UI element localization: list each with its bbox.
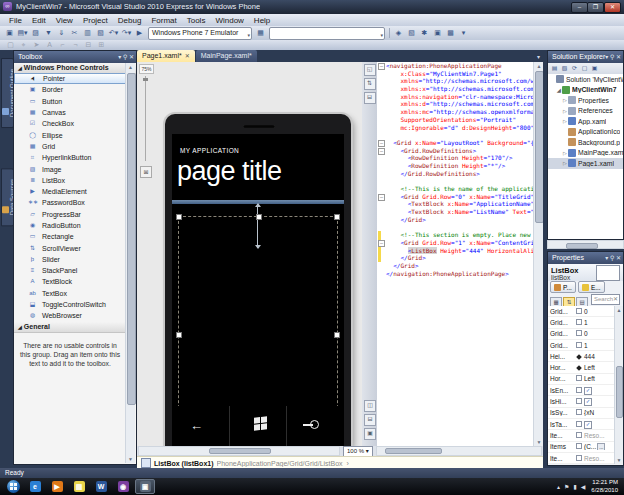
property-source-marker[interactable] [574,364,583,371]
property-row[interactable]: IsHi...✓ [548,396,623,407]
property-row[interactable]: IsTa...✓ [548,419,623,430]
toolbox-scrollbar[interactable]: ▲ ▼ [125,63,135,463]
code-line[interactable]: </Grid.RowDefinitions> [377,170,533,178]
save-icon[interactable]: ▼ [43,28,54,38]
menu-file[interactable]: File [4,16,27,25]
property-row[interactable]: IsSy...{xN [548,408,623,419]
design-surface[interactable]: 75% ⊠ MY APPLICATION page title [137,62,363,446]
extensions-icon[interactable]: ▩ [445,28,456,38]
toolbox-icon[interactable]: ▣ [432,28,443,38]
resize-handle[interactable] [334,332,340,338]
xaml-code-editor[interactable]: –<navigation:PhoneApplicationPage x:Clas… [377,62,533,446]
property-source-marker[interactable] [574,330,583,337]
code-line[interactable]: xmlns="http://schemas.microsoft.com/winf… [377,77,533,85]
collapse-pane-icon[interactable]: ◱ [364,64,376,76]
code-line[interactable]: xmlns:d="http://schemas.microsoft.com/ex… [377,100,533,108]
volume-icon[interactable]: ◀ [581,484,586,490]
redo-icon[interactable]: ↷▾ [121,28,132,38]
close-tab-icon[interactable]: ✕ [185,53,190,59]
toolbox-item-border[interactable]: ▣Border [14,84,128,95]
toolbox-item-image[interactable]: ▨Image [14,163,128,174]
horizontal-split-icon[interactable]: ⊟ [364,414,376,426]
code-line[interactable]: </Grid> [377,216,533,224]
phone-search-button[interactable] [287,406,344,446]
undo-icon[interactable]: ↶▾ [108,28,119,38]
toolbox-item-webbrowser[interactable]: ◍WebBrowser [14,310,128,321]
code-line[interactable]: mc:Ignorable="d" d:DesignHeight="800" d:… [377,124,533,132]
sticky-notes-icon[interactable]: ▤ [69,479,89,494]
property-source-marker[interactable] [574,398,583,405]
new-project-icon[interactable]: ▣ [4,28,15,38]
toolbox-item-rectangle[interactable]: ▭Rectangle [14,231,128,242]
show-all-files-icon[interactable]: ▧ [560,64,569,73]
breadcrumb-next-icon[interactable]: › [347,460,349,467]
menu-tools[interactable]: Tools [182,16,211,25]
quick-search-combo[interactable]: ▾ [269,27,385,40]
code-line[interactable]: x:Class="MyClientWin7.Page1" [377,70,533,78]
solution-tree-item[interactable]: Background.p [548,137,623,148]
toolbox-item-radiobutton[interactable]: ◉RadioButton [14,220,128,231]
designer-zoom-value[interactable]: 75% [139,64,154,74]
view-designer-icon[interactable]: ▣ [590,64,599,73]
code-line[interactable]: xmlns:navigation="clr-namespace:Microsof… [377,93,533,101]
resize-handle[interactable] [176,332,182,338]
property-source-marker[interactable] [574,353,583,360]
code-line[interactable]: </navigation:PhoneApplicationPage> [377,270,533,278]
toolbox-section-general[interactable]: ◢General [14,322,132,333]
solution-explorer-header-buttons[interactable]: ▾ ⚲ ✕ [605,51,621,63]
solution-explorer-horizontal-scrollbar[interactable] [547,240,624,249]
code-line[interactable]: –<navigation:PhoneApplicationPage [377,62,533,70]
toolbox-item-slider[interactable]: þSlider [14,254,128,265]
add-item-icon[interactable]: ▤▾ [17,28,28,38]
tab-page1-xaml[interactable]: Page1.xaml*✕ [137,50,195,62]
close-button[interactable]: ✕ [604,2,621,13]
toolbox-item-grid[interactable]: ▦Grid [14,141,128,152]
property-source-marker[interactable] [574,342,583,349]
code-line[interactable]: – <Grid Grid.Row="1" x:Name="ContentGrid… [377,239,533,247]
internet-explorer-icon[interactable]: e [25,479,45,494]
media-player-icon[interactable]: ▶ [47,479,67,494]
code-line[interactable]: – <Grid.RowDefinitions> [377,147,533,155]
resize-handle[interactable] [334,214,340,220]
text-tool-icon[interactable]: A [44,40,55,50]
toolbox-item-pointer[interactable]: ➤Pointer [14,73,128,84]
code-line[interactable] [377,223,533,231]
refresh-icon[interactable]: ⟳ [570,64,579,73]
code-line[interactable]: – <Grid x:Name="LayoutRoot" Background="… [377,139,533,147]
maximize-button[interactable]: ❐ [587,2,604,13]
solution-tree-item[interactable]: ApplicationIco [548,127,623,138]
toolbox-item-listbox[interactable]: ≣ListBox [14,175,128,186]
properties-header[interactable]: Properties ▾ ⚲ ✕ [548,252,623,264]
tab-mainpage-xaml[interactable]: MainPage.xaml* [196,50,257,62]
taskbar-clock[interactable]: 12:21 PM 6/28/2010 [591,479,618,494]
horizontal-split-icon[interactable]: ⊟ [364,92,376,104]
property-row[interactable]: Grid...1 [548,317,623,328]
same-size-icon[interactable]: ⊟ [83,40,94,50]
solution-explorer-icon[interactable]: ▧ [406,28,417,38]
navigate-icon[interactable]: ◈ [393,28,404,38]
code-line[interactable]: SupportedOrientations="Portrait" [377,116,533,124]
start-debugging-icon[interactable]: ▶ [134,28,145,38]
code-line[interactable]: <TextBlock x:Name="ListName" Text="pa [377,208,533,216]
solution-tree-item[interactable]: ◢MyClientWin7 [548,85,623,96]
solution-tree-item[interactable]: ▷Page1.xaml [548,158,623,169]
property-source-marker[interactable] [574,387,583,394]
property-source-marker[interactable] [574,455,583,462]
toolbox-item-passwordbox[interactable]: ∗∗PasswordBox [14,197,128,208]
code-line[interactable]: xmlns:x="http://schemas.microsoft.com/wi… [377,85,533,93]
property-row[interactable]: Hei...444 [548,351,623,362]
copy-icon[interactable]: ▥ [82,28,93,38]
code-line[interactable]: <RowDefinition Height="*"/> [377,162,533,170]
property-row[interactable]: Hor...Left [548,362,623,373]
toolbox-item-textbox[interactable]: abTextBox [14,288,128,299]
property-source-marker[interactable] [574,421,583,428]
designer-horizontal-scrollbar[interactable] [138,446,340,456]
menu-window[interactable]: Window [210,16,248,25]
start-button[interactable] [3,479,23,494]
solution-tree-item[interactable]: ▷App.xaml [548,116,623,127]
deploy-icon[interactable]: ▦ [255,28,266,38]
solution-tree-item[interactable]: ▷Properties [548,95,623,106]
phone-screen[interactable]: MY APPLICATION page title [172,134,344,446]
editor-zoom-select[interactable]: 100 % ▾ [343,446,373,457]
swap-panes-icon[interactable]: ⇅ [364,78,376,90]
